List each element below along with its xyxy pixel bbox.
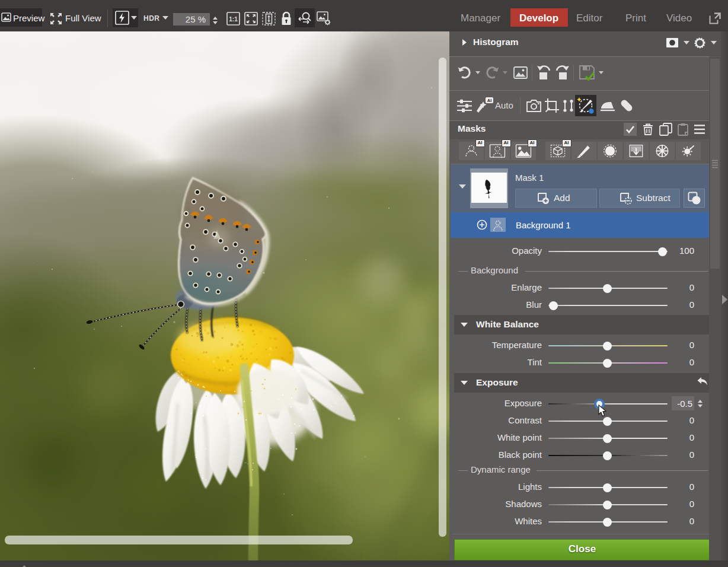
svg-text:AI: AI <box>487 98 492 103</box>
svg-text:1:1: 1:1 <box>229 16 238 23</box>
